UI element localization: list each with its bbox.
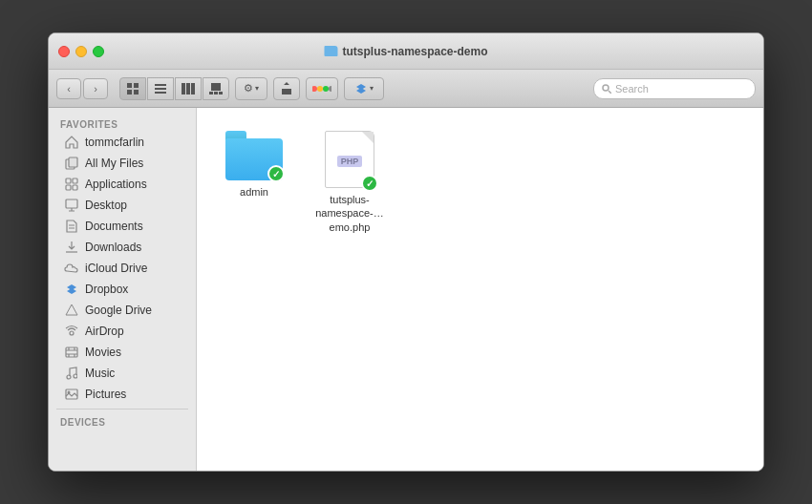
sidebar-item-airdrop[interactable]: AirDrop [53,321,192,342]
minimize-button[interactable] [75,46,87,57]
pictures-icon [64,387,79,402]
svg-point-17 [329,86,331,92]
sidebar: Favorites tommcfarlin All My [49,108,197,471]
sidebar-item-pictures[interactable]: Pictures [53,384,192,405]
title-text: tutsplus-namespace-demo [342,45,487,58]
action-button[interactable]: ⚙ ▾ [235,77,267,100]
icloud-icon [64,261,79,276]
content-area: Favorites tommcfarlin All My [49,108,763,471]
svg-rect-5 [155,88,166,90]
svg-rect-27 [73,185,77,190]
sidebar-item-icloud-drive[interactable]: iCloud Drive [53,258,192,279]
svg-point-20 [603,85,609,91]
titlebar: tutsplus-namespace-demo [49,33,763,70]
sidebar-label-dropbox: Dropbox [85,283,128,296]
dropbox-btn-icon [355,83,367,94]
view-icon-button[interactable] [119,77,146,100]
svg-rect-28 [66,200,77,208]
action-arrow-icon: ▾ [255,84,259,93]
nav-buttons: ‹ › [56,78,108,99]
sidebar-item-tommcfarlin[interactable]: tommcfarlin [53,132,192,153]
back-button[interactable]: ‹ [56,78,81,99]
sync-badge-php: ✓ [361,175,378,192]
close-button[interactable] [58,46,70,57]
applications-icon [64,177,79,192]
search-icon [602,84,611,94]
file-item-php[interactable]: PHP ✓ tutsplus- namespace-…emo.php [311,127,388,238]
sidebar-item-applications[interactable]: Applications [53,174,192,195]
svg-rect-12 [214,92,218,94]
svg-rect-7 [182,83,185,94]
sidebar-label-tommcfarlin: tommcfarlin [85,136,144,149]
files-icon [64,156,79,171]
svg-marker-35 [67,288,76,294]
home-icon [64,135,79,150]
sidebar-label-documents: Documents [85,220,143,233]
svg-rect-4 [155,84,166,86]
view-cover-button[interactable] [203,77,229,100]
svg-rect-11 [209,92,213,94]
sidebar-item-music[interactable]: Music [53,363,192,384]
svg-rect-1 [134,83,139,88]
svg-rect-2 [127,90,132,94]
label-icon [312,84,331,94]
sidebar-item-downloads[interactable]: Downloads [53,237,192,258]
svg-rect-3 [134,90,139,94]
forward-button[interactable]: › [83,78,108,99]
sync-badge-folder: ✓ [267,165,285,182]
label-button[interactable] [306,77,338,100]
svg-rect-38 [66,347,77,357]
sidebar-item-documents[interactable]: Documents [53,216,192,237]
svg-marker-36 [66,304,77,315]
php-file-corner [362,132,374,143]
dropbox-button[interactable]: ▾ [344,77,384,100]
file-name-php: tutsplus- namespace-…emo.php [315,193,384,234]
maximize-button[interactable] [93,46,104,57]
sidebar-item-all-my-files[interactable]: All My Files [53,153,192,174]
svg-point-45 [67,375,71,379]
sidebar-label-icloud: iCloud Drive [85,262,147,275]
sidebar-label-all-my-files: All My Files [85,157,143,170]
file-item-admin[interactable]: ✓ admin [216,127,292,202]
svg-rect-6 [155,92,166,94]
sidebar-divider [56,409,188,410]
airdrop-icon [64,324,79,339]
file-name-admin: admin [240,185,268,199]
sidebar-label-music: Music [85,367,115,380]
sidebar-section-devices: Devices [49,413,196,430]
toolbar: ‹ › [49,70,763,108]
svg-line-21 [609,91,611,94]
svg-rect-8 [186,83,190,94]
googledrive-icon [64,303,79,318]
folder-icon-wrapper: ✓ [225,131,283,180]
title-folder-icon [324,46,337,56]
svg-rect-23 [69,158,77,167]
finder-window: tutsplus-namespace-demo ‹ › [48,32,764,472]
view-list-button[interactable] [147,77,174,100]
svg-point-16 [323,86,329,92]
dropbox-icon [64,282,79,297]
sidebar-label-google-drive: Google Drive [85,304,152,317]
svg-rect-0 [127,83,132,88]
php-icon-wrapper: PHP ✓ [325,131,374,188]
svg-point-14 [312,86,317,92]
dropbox-arrow-icon: ▾ [370,84,374,93]
svg-point-15 [317,86,323,92]
view-column-button[interactable] [175,77,202,100]
svg-marker-19 [356,88,366,94]
sidebar-label-desktop: Desktop [85,199,127,212]
sidebar-item-movies[interactable]: Movies [53,342,192,363]
downloads-icon [64,240,79,255]
sidebar-label-downloads: Downloads [85,241,141,254]
svg-point-37 [70,331,74,335]
share-button[interactable] [273,77,300,100]
svg-rect-9 [191,83,195,94]
sidebar-label-pictures: Pictures [85,388,126,401]
sidebar-item-desktop[interactable]: Desktop [53,195,192,216]
sidebar-label-airdrop: AirDrop [85,325,124,338]
sidebar-item-google-drive[interactable]: Google Drive [53,300,192,321]
search-box[interactable]: Search [593,78,756,99]
sidebar-section-favorites: Favorites [49,116,196,132]
search-placeholder: Search [615,83,649,94]
sidebar-item-dropbox[interactable]: Dropbox [53,279,192,300]
